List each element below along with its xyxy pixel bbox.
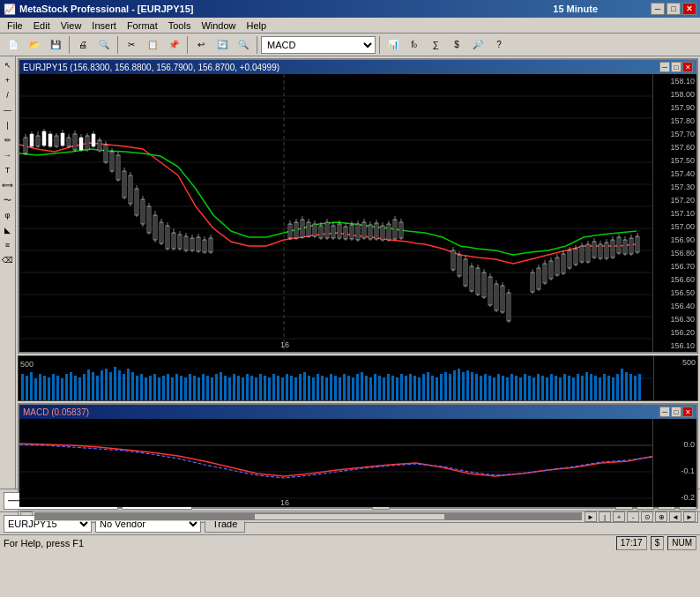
minimize-button[interactable]: ─ bbox=[651, 3, 665, 15]
zoom-in-button[interactable]: 🔍 bbox=[94, 35, 114, 55]
scroll-prev-btn[interactable]: ◄ bbox=[669, 511, 681, 522]
status-currency: $ bbox=[651, 536, 665, 550]
text-tool[interactable]: T bbox=[1, 163, 15, 177]
menu-file[interactable]: File bbox=[2, 18, 28, 34]
status-bar: For Help, press F1 17:17 $ NUM bbox=[0, 534, 700, 550]
chart-btn5[interactable]: 🔎 bbox=[468, 35, 488, 55]
arrow-tool[interactable]: ↖ bbox=[1, 58, 15, 72]
menu-view[interactable]: View bbox=[56, 18, 87, 34]
vline-tool[interactable]: | bbox=[1, 118, 15, 132]
find-button[interactable]: 🔍 bbox=[234, 35, 253, 55]
copy-button[interactable]: 📋 bbox=[143, 35, 162, 55]
volume-canvas[interactable]: 500 bbox=[19, 356, 653, 400]
svg-rect-288 bbox=[528, 376, 531, 400]
svg-rect-269 bbox=[444, 372, 447, 400]
scroll-time-btn[interactable]: ⊙ bbox=[641, 511, 653, 522]
macd-y-n2: -0.2 bbox=[681, 493, 695, 502]
svg-rect-301 bbox=[585, 372, 588, 400]
svg-rect-308 bbox=[616, 374, 619, 400]
chart-btn3[interactable]: ∑ bbox=[426, 35, 445, 55]
svg-rect-239 bbox=[312, 377, 315, 400]
svg-text:16: 16 bbox=[280, 498, 289, 507]
macd-y-axis: 0.0 -0.1 -0.2 bbox=[652, 419, 696, 507]
macd-chart-content[interactable]: 16 0.0 -0.1 -0.2 bbox=[19, 419, 696, 507]
svg-rect-173 bbox=[21, 374, 24, 400]
paste-button[interactable]: 📌 bbox=[164, 35, 183, 55]
svg-rect-174 bbox=[26, 376, 28, 400]
svg-rect-289 bbox=[532, 377, 535, 400]
save-button[interactable]: 💾 bbox=[46, 35, 65, 55]
menu-tools[interactable]: Tools bbox=[163, 18, 197, 34]
menu-insert[interactable]: Insert bbox=[86, 18, 122, 34]
eraser-tool[interactable]: ⌫ bbox=[1, 253, 15, 267]
svg-rect-226 bbox=[255, 377, 257, 400]
scroll-track[interactable] bbox=[34, 512, 583, 521]
svg-rect-277 bbox=[480, 376, 482, 400]
left-tools-panel: ↖ + / — | ✏ → T ⟺ 〜 φ ◣ ≡ ⌫ bbox=[0, 56, 16, 489]
svg-rect-282 bbox=[502, 376, 504, 400]
svg-rect-303 bbox=[594, 376, 597, 400]
svg-rect-178 bbox=[43, 376, 46, 400]
svg-rect-287 bbox=[524, 374, 526, 400]
price-chart-maximize[interactable]: □ bbox=[671, 62, 681, 72]
price-chart-content[interactable]: 16 158.10 158.00 157.90 157.80 157.70 15… bbox=[19, 74, 696, 352]
new-button[interactable]: 📄 bbox=[4, 35, 23, 55]
print-button[interactable]: 🖨 bbox=[73, 35, 93, 55]
fib-tool[interactable]: φ bbox=[1, 208, 15, 222]
price-canvas[interactable]: 16 bbox=[19, 74, 652, 352]
menu-window[interactable]: Window bbox=[196, 18, 241, 34]
volume-y-label-top: 500 bbox=[682, 358, 696, 367]
scroll-right[interactable]: ► bbox=[585, 511, 597, 522]
close-button[interactable]: ✕ bbox=[682, 3, 696, 15]
scroll-thumb[interactable] bbox=[254, 513, 445, 520]
macd-canvas[interactable]: 16 bbox=[19, 419, 652, 507]
macd-chart-window: MACD (0.05837) ─ □ ✕ bbox=[18, 403, 698, 509]
maximize-button[interactable]: □ bbox=[666, 3, 681, 15]
indicator-selector[interactable]: MACD bbox=[261, 36, 376, 54]
cut-button[interactable]: ✂ bbox=[122, 35, 141, 55]
menu-help[interactable]: Help bbox=[242, 18, 272, 34]
svg-rect-271 bbox=[453, 370, 456, 400]
chart-btn1[interactable]: 📊 bbox=[384, 35, 403, 55]
redo-button[interactable]: 🔄 bbox=[212, 35, 232, 55]
price-chart-minimize[interactable]: ─ bbox=[659, 62, 670, 72]
svg-rect-244 bbox=[334, 376, 337, 400]
scroll-zoom-btn[interactable]: ⊕ bbox=[655, 511, 667, 522]
svg-rect-264 bbox=[422, 374, 425, 400]
svg-rect-248 bbox=[352, 377, 354, 400]
hline-tool[interactable]: — bbox=[1, 103, 15, 117]
svg-rect-257 bbox=[391, 376, 394, 400]
chart-btn2[interactable]: f₀ bbox=[405, 35, 424, 55]
svg-rect-232 bbox=[281, 377, 284, 400]
channel-tool[interactable]: ≡ bbox=[1, 238, 15, 252]
svg-rect-315 bbox=[19, 419, 652, 507]
undo-button[interactable]: ↩ bbox=[191, 35, 211, 55]
crosshair-tool[interactable]: + bbox=[1, 73, 15, 87]
price-chart-close[interactable]: ✕ bbox=[682, 62, 693, 72]
svg-rect-311 bbox=[629, 374, 632, 400]
menu-edit[interactable]: Edit bbox=[28, 18, 56, 34]
macd-close[interactable]: ✕ bbox=[682, 407, 693, 417]
svg-rect-201 bbox=[145, 377, 147, 400]
line-tool[interactable]: / bbox=[1, 88, 15, 102]
scroll-sub-btn[interactable]: - bbox=[627, 511, 639, 522]
svg-rect-190 bbox=[96, 376, 99, 400]
chart-btn4[interactable]: $ bbox=[447, 35, 466, 55]
scroll-next-btn[interactable]: ► bbox=[683, 511, 696, 522]
svg-rect-187 bbox=[83, 374, 86, 400]
menu-format[interactable]: Format bbox=[122, 18, 163, 34]
title-bar-left: 📈 MetaStock Professional - [EURJPY15] bbox=[4, 4, 193, 15]
scroll-add-btn[interactable]: + bbox=[613, 511, 625, 522]
expand-tool[interactable]: ⟺ bbox=[1, 178, 15, 192]
arrow-tool2[interactable]: → bbox=[1, 148, 15, 162]
pencil-tool[interactable]: ✏ bbox=[1, 133, 15, 147]
fan-tool[interactable]: ◣ bbox=[1, 223, 15, 237]
wave-tool[interactable]: 〜 bbox=[1, 193, 15, 207]
macd-minimize[interactable]: ─ bbox=[659, 407, 670, 417]
price-chart-controls: ─ □ ✕ bbox=[659, 62, 693, 72]
svg-rect-214 bbox=[202, 374, 205, 400]
macd-maximize[interactable]: □ bbox=[671, 407, 681, 417]
help-btn[interactable]: ? bbox=[489, 35, 509, 55]
scroll-sep-btn[interactable]: | bbox=[599, 511, 611, 522]
open-button[interactable]: 📂 bbox=[25, 35, 44, 55]
